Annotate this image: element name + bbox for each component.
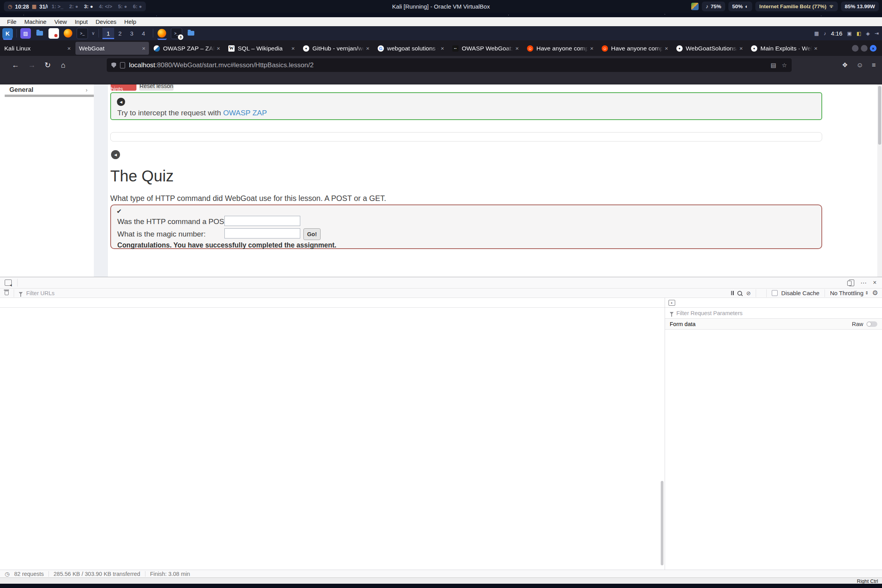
browser-tab-owasp-zap-zap-i[interactable]: OWASP ZAP – ZAP i× (150, 42, 224, 55)
clear-requests-icon[interactable] (5, 291, 9, 295)
tray-grid-icon[interactable]: ▦ (814, 30, 819, 36)
tab-close-icon[interactable]: × (665, 45, 668, 52)
browser-tab-github-vernjan-we[interactable]: ●GitHub - vernjan/we× (299, 42, 373, 55)
page-info-icon[interactable] (120, 62, 125, 68)
firefox-window-button[interactable] (157, 28, 167, 39)
hide-hints-button[interactable]: Hide hints (111, 84, 136, 91)
kali-menu-button[interactable]: K (2, 28, 13, 39)
request-table-header[interactable] (0, 298, 665, 308)
raw-toggle[interactable] (866, 321, 877, 327)
tray-volume-icon[interactable]: ♪ (824, 30, 826, 36)
filter-request-parameters[interactable]: Filter Request Parameters (665, 308, 882, 319)
request-list-scrollbar-thumb[interactable] (661, 481, 663, 565)
host-workspace-1[interactable]: 1: >_ (52, 4, 63, 9)
host-workspace-3[interactable]: 3: ● (84, 4, 93, 9)
pagination-back-button[interactable]: ◀ (111, 150, 120, 159)
url-text[interactable]: localhost:8080/WebGoat/start.mvc#lesson/… (129, 61, 314, 69)
url-bar[interactable]: localhost:8080/WebGoat/start.mvc#lesson/… (107, 58, 792, 72)
tab-close-icon[interactable]: × (814, 45, 817, 52)
menubar-item-view[interactable]: View (50, 17, 71, 26)
extensions-icon[interactable]: ❖ (842, 61, 848, 69)
responsive-design-mode-icon[interactable] (849, 280, 854, 286)
workspace-number-1[interactable]: 1 (102, 28, 114, 39)
disable-cache-checkbox[interactable] (772, 290, 778, 296)
home-button[interactable]: ⌂ (61, 56, 65, 74)
tab-close-icon[interactable]: × (739, 45, 743, 52)
window-maximize-button[interactable] (861, 45, 868, 52)
forward-button[interactable]: → (28, 56, 36, 74)
page-scrollbar[interactable] (877, 84, 882, 277)
files-window-button[interactable] (186, 28, 196, 39)
window-close-button[interactable]: × (870, 45, 877, 52)
terminal-launcher-icon[interactable]: >_ (77, 28, 88, 39)
browser-tab-webgoatsolutions-s[interactable]: ●WebGoatSolutions/S× (673, 42, 746, 55)
tab-close-icon[interactable]: × (291, 45, 295, 52)
terminal-window-button[interactable]: >_3 (171, 28, 182, 39)
volume-indicator[interactable]: ♪75% (702, 2, 725, 11)
page-scrollbar-thumb[interactable] (878, 86, 881, 145)
devtools-close-icon[interactable]: × (873, 279, 877, 286)
request-list-scrollbar[interactable] (660, 298, 664, 570)
menubar-item-input[interactable]: Input (71, 17, 91, 26)
app-launcher-icon[interactable]: ▨ (20, 28, 31, 39)
menubar-item-help[interactable]: Help (120, 17, 140, 26)
tab-close-icon[interactable]: × (67, 45, 71, 52)
sidebar-category-general[interactable]: General› (0, 84, 94, 95)
element-picker-icon[interactable] (5, 280, 12, 286)
host-workspace-6[interactable]: 6: ● (133, 4, 142, 9)
tray-screenshot-icon[interactable]: ▣ (847, 30, 852, 36)
throttling-dropdown[interactable]: No Throttling⇕ (830, 290, 869, 296)
search-icon[interactable] (737, 291, 742, 296)
reload-button[interactable]: ↻ (45, 56, 51, 74)
devtools-options-icon[interactable]: ⋯ (860, 279, 867, 287)
browser-tab-owasp-webgoat-g[interactable]: ••OWASP WebGoat: G× (449, 42, 522, 55)
filter-urls-input[interactable] (25, 290, 144, 297)
host-workspace-5[interactable]: 5: ● (118, 4, 127, 9)
network-indicator[interactable]: Internet Familie Bolz (77%) (755, 2, 838, 11)
form-data-section-header[interactable]: Form data Raw (665, 319, 882, 330)
quiz-magic-number-input[interactable] (224, 228, 300, 238)
browser-tab-webgoat[interactable]: WebGoat× (75, 42, 149, 55)
workspace-number-2[interactable]: 2 (114, 28, 126, 39)
hint-prev-arrow-icon[interactable]: ◀ (117, 98, 125, 106)
file-manager-icon[interactable] (34, 28, 45, 39)
text-editor-icon[interactable] (48, 28, 59, 39)
menubar-item-file[interactable]: File (3, 17, 20, 26)
browser-tab-have-anyone-comple[interactable]: ☺Have anyone comple× (523, 42, 597, 55)
menu-hamburger-icon[interactable]: ≡ (872, 61, 876, 69)
tab-close-icon[interactable]: × (217, 45, 220, 52)
reset-lesson-button[interactable]: Reset lesson (139, 84, 174, 91)
workspace-number-3[interactable]: 3 (126, 28, 138, 39)
brightness-indicator[interactable]: 50%◐ (728, 2, 752, 11)
browser-tab-sql-wikipedia[interactable]: WSQL – Wikipedia× (225, 42, 298, 55)
browser-tab-have-anyone-comple[interactable]: ☺Have anyone comple× (598, 42, 672, 55)
reader-mode-icon[interactable]: ▤ (771, 62, 776, 69)
browser-tab-kali-linux[interactable]: Kali Linux× (1, 42, 74, 55)
tab-close-icon[interactable]: × (142, 45, 145, 52)
tab-close-icon[interactable]: × (366, 45, 369, 52)
tab-close-icon[interactable]: × (590, 45, 593, 52)
network-settings-gear-icon[interactable]: ⚙ (872, 289, 878, 297)
window-minimize-button[interactable] (852, 45, 859, 52)
back-button[interactable]: ← (12, 56, 19, 74)
quiz-answer-input[interactable] (224, 216, 300, 226)
tray-lock-icon[interactable]: ◧ (857, 30, 861, 36)
launcher-dropdown-icon[interactable]: ∨ (91, 30, 95, 36)
bookmark-star-icon[interactable]: ☆ (782, 62, 787, 69)
host-workspace-2[interactable]: 2: ● (69, 4, 78, 9)
host-workspace-4[interactable]: 4: </> (99, 4, 112, 9)
workspace-number-4[interactable]: 4 (138, 28, 149, 39)
taskbar-clock[interactable]: 4:16 (831, 30, 842, 37)
go-button[interactable]: Go! (303, 228, 321, 240)
tray-logout-icon[interactable]: ⇥ (875, 30, 879, 36)
owasp-zap-link[interactable]: OWASP ZAP (223, 109, 267, 117)
account-icon[interactable]: ☺ (857, 61, 863, 69)
tab-close-icon[interactable]: × (441, 45, 444, 52)
browser-tab-webgoat-solutions[interactable]: Gwebgoat solutions -× (374, 42, 448, 55)
virtualbox-dock-icon[interactable] (691, 3, 699, 10)
tracking-protection-shield-icon[interactable] (111, 63, 116, 68)
firefox-launcher-icon[interactable] (63, 28, 73, 39)
battery-indicator[interactable]: 85% 13.99W (841, 2, 879, 11)
browser-tab-main-exploits-webg[interactable]: ●Main Exploits · WebG× (748, 42, 821, 55)
menubar-item-devices[interactable]: Devices (92, 17, 120, 26)
